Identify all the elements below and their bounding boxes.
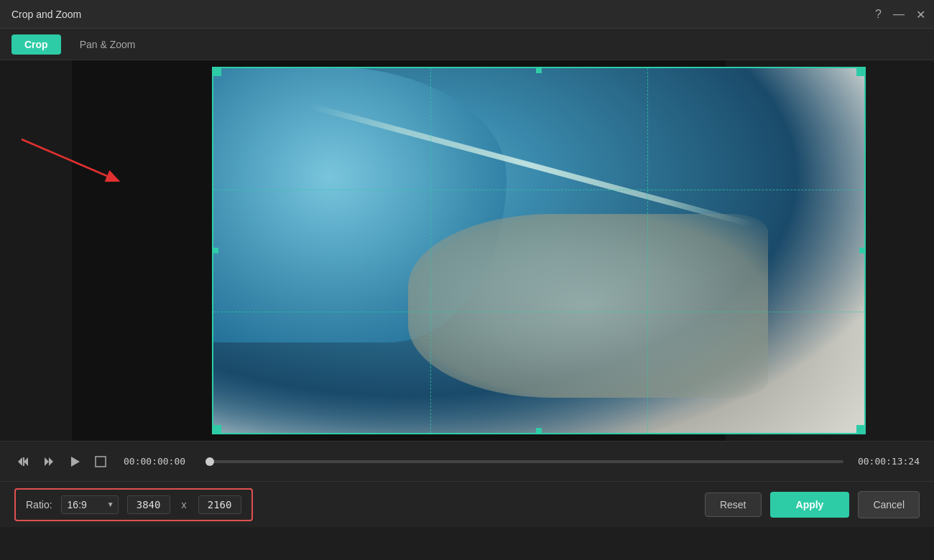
playback-bar: 00:00:00:00 00:00:13:24 (0, 441, 934, 481)
dimension-separator: x (179, 499, 190, 510)
bottom-buttons: Reset Apply Cancel (705, 491, 920, 518)
ratio-dropdown[interactable]: 16:9 4:3 1:1 9:16 Custom (61, 495, 119, 514)
video-frame[interactable] (212, 67, 866, 434)
left-panel (0, 60, 72, 441)
wellplate-visual (408, 214, 768, 398)
time-current: 00:00:00:00 (124, 456, 185, 467)
help-icon[interactable]: ? (875, 8, 882, 21)
play-button[interactable] (66, 453, 83, 470)
video-content (212, 67, 866, 434)
ratio-section: Ratio: 16:9 4:3 1:1 9:16 Custom ▼ 3840 x… (14, 488, 253, 521)
height-value[interactable]: 2160 (198, 495, 241, 514)
svg-rect-8 (96, 457, 106, 467)
reset-button[interactable]: Reset (705, 493, 762, 517)
title-bar: Crop and Zoom ? — ✕ (0, 0, 934, 29)
svg-marker-7 (71, 457, 80, 467)
apply-button[interactable]: Apply (770, 492, 850, 518)
ratio-select-wrapper: 16:9 4:3 1:1 9:16 Custom ▼ (61, 495, 119, 514)
minimize-icon[interactable]: — (893, 8, 905, 21)
tab-bar: Crop Pan & Zoom (0, 29, 934, 60)
svg-marker-5 (45, 457, 49, 466)
preview-area (0, 60, 934, 441)
time-end: 00:00:13:24 (858, 456, 920, 467)
close-icon[interactable]: ✕ (916, 7, 925, 21)
svg-marker-6 (49, 457, 53, 466)
timeline-track[interactable] (205, 460, 843, 463)
window-title: Crop and Zoom (11, 9, 81, 20)
width-value[interactable]: 3840 (127, 495, 170, 514)
cancel-button[interactable]: Cancel (858, 491, 920, 518)
svg-line-1 (22, 139, 119, 181)
bottom-controls-bar: Ratio: 16:9 4:3 1:1 9:16 Custom ▼ 3840 x… (0, 481, 934, 527)
svg-marker-2 (18, 457, 22, 466)
red-arrow-indicator (7, 125, 140, 197)
timeline-scrubber[interactable] (205, 457, 214, 466)
tab-pan-zoom[interactable]: Pan & Zoom (67, 34, 149, 55)
frame-forward-button[interactable] (40, 453, 57, 470)
tab-crop[interactable]: Crop (11, 34, 61, 55)
crop-frame-button[interactable] (92, 453, 109, 470)
ratio-label: Ratio: (26, 499, 52, 510)
window-controls: ? — ✕ (875, 7, 925, 21)
step-back-button[interactable] (14, 453, 32, 470)
